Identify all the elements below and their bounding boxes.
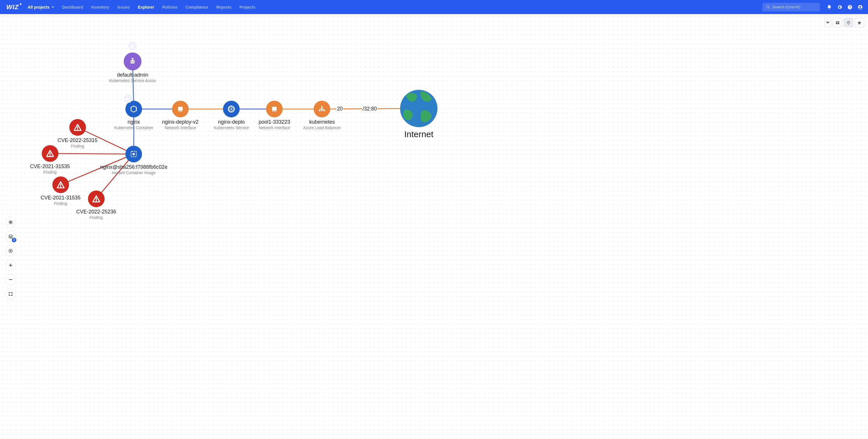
nic-icon bbox=[270, 104, 279, 114]
graph-node-nginx[interactable]: nginx Kubernetes Container bbox=[114, 101, 153, 130]
node-title: default-admin bbox=[117, 72, 148, 78]
svg-point-23 bbox=[323, 110, 325, 111]
nav-tab-inventory[interactable]: Inventory bbox=[91, 5, 110, 9]
graph-canvas[interactable]: 2 default-admin Kubernetes Service Accou… bbox=[0, 14, 868, 439]
graph-node-cve1[interactable]: CVE-2022-25315 Finding bbox=[57, 119, 97, 148]
node-subtitle: Hosted Container Image bbox=[112, 170, 156, 175]
node-subtitle: Network Interface bbox=[164, 125, 196, 130]
node-title: kubernetes bbox=[309, 119, 335, 125]
svg-rect-16 bbox=[178, 107, 183, 111]
nav-tab-compliance[interactable]: Compliance bbox=[185, 5, 208, 9]
help-icon[interactable] bbox=[847, 5, 852, 10]
graph-node-internet[interactable]: Internet bbox=[400, 90, 437, 139]
chevron-down-icon bbox=[51, 6, 54, 9]
nav-icon-row bbox=[827, 5, 863, 10]
node-title: pool1-333223 bbox=[259, 119, 290, 125]
graph-node-image[interactable]: nginx@sha256:f7988fb6c02e Hosted Contain… bbox=[100, 146, 167, 175]
graph-node-cve3[interactable]: CVE-2021-31535 Finding bbox=[40, 177, 81, 206]
helm-icon bbox=[227, 104, 236, 114]
nav-tab-projects[interactable]: Projects bbox=[239, 5, 255, 9]
graph-node-nginx-deploy-v2[interactable]: nginx-deploy-v2 Network Interface bbox=[162, 101, 198, 130]
svg-point-20 bbox=[321, 106, 322, 107]
brand-logo: WIZ✦ bbox=[6, 3, 22, 11]
svg-point-18 bbox=[230, 108, 232, 109]
lb-icon bbox=[317, 104, 327, 114]
node-title: nginx-deploy-v2 bbox=[162, 119, 198, 125]
node-title: CVE-2022-25315 bbox=[57, 137, 97, 144]
project-selector[interactable]: All projects bbox=[28, 5, 54, 9]
nav-tab-reports[interactable]: Reports bbox=[216, 5, 231, 9]
nav-tab-policies[interactable]: Policies bbox=[162, 5, 177, 9]
warn-icon bbox=[45, 149, 55, 158]
edge-label: /32:80 bbox=[362, 106, 377, 112]
svg-point-26 bbox=[400, 90, 437, 127]
node-title: CVE-2021-31535 bbox=[40, 195, 81, 201]
gear-icon[interactable] bbox=[837, 5, 842, 10]
node-subtitle: Finding bbox=[54, 201, 67, 206]
warn-icon bbox=[56, 180, 65, 189]
search-icon bbox=[766, 5, 770, 9]
project-selector-label: All projects bbox=[28, 5, 50, 9]
node-subtitle: Finding bbox=[90, 215, 103, 220]
crown-icon bbox=[124, 94, 132, 103]
globe-icon bbox=[400, 90, 437, 127]
crown-icon bbox=[128, 41, 137, 50]
graph-node-cve2[interactable]: CVE-2021-31535 Finding bbox=[30, 145, 70, 175]
nav-tab-explorer[interactable]: Explorer bbox=[138, 5, 154, 9]
svg-point-25 bbox=[133, 153, 135, 155]
node-title: CVE-2022-25236 bbox=[76, 209, 116, 215]
robot-icon bbox=[128, 57, 137, 66]
sparkle-icon: ✦ bbox=[19, 2, 22, 6]
svg-rect-19 bbox=[272, 107, 277, 111]
nav-tabs: Dashboard Inventory Issues Explorer Poli… bbox=[62, 5, 760, 9]
node-subtitle: Kubernetes Service bbox=[214, 125, 249, 130]
node-subtitle: Finding bbox=[43, 170, 57, 175]
node-title: nginx@sha256:f7988fb6c02e bbox=[100, 164, 167, 170]
cube-icon bbox=[129, 104, 138, 114]
nic-icon bbox=[176, 104, 185, 114]
svg-point-21 bbox=[319, 110, 320, 111]
svg-point-14 bbox=[131, 61, 132, 63]
node-title: Internet bbox=[404, 129, 433, 139]
nav-tab-issues[interactable]: Issues bbox=[117, 5, 130, 9]
graph-node-kubernetes[interactable]: kubernetes Azure Load Balancer bbox=[303, 101, 341, 130]
top-nav: WIZ✦ All projects Dashboard Inventory Is… bbox=[0, 0, 868, 14]
warn-icon bbox=[92, 194, 101, 203]
node-subtitle: Kubernetes Service Accou bbox=[109, 78, 156, 83]
svg-point-15 bbox=[133, 61, 134, 63]
search-placeholder: Search (Cmd+K) bbox=[772, 5, 800, 9]
node-subtitle: Azure Load Balancer bbox=[303, 125, 341, 130]
search-input[interactable]: Search (Cmd+K) bbox=[763, 3, 820, 11]
svg-point-22 bbox=[321, 110, 322, 111]
node-title: CVE-2021-31535 bbox=[30, 163, 70, 169]
node-subtitle: Finding bbox=[71, 144, 84, 148]
graph-node-default-admin[interactable]: default-admin Kubernetes Service Accou bbox=[109, 53, 156, 83]
nav-tab-dashboard[interactable]: Dashboard bbox=[62, 5, 83, 9]
warn-icon bbox=[73, 123, 82, 132]
svg-rect-13 bbox=[131, 60, 135, 63]
node-title: nginx bbox=[127, 119, 140, 125]
user-icon[interactable] bbox=[858, 5, 863, 10]
graph-node-pool1[interactable]: pool1-333223 Network Interface bbox=[259, 101, 290, 130]
bell-icon[interactable] bbox=[827, 5, 832, 10]
node-title: nginx-deplo bbox=[218, 119, 245, 125]
image-icon bbox=[129, 150, 138, 159]
graph-node-cve4[interactable]: CVE-2022-25236 Finding bbox=[76, 190, 116, 220]
node-subtitle: Kubernetes Container bbox=[114, 125, 153, 130]
graph-node-nginx-deplo[interactable]: nginx-deplo Kubernetes Service bbox=[214, 101, 249, 130]
node-subtitle: Network Interface bbox=[259, 125, 290, 130]
